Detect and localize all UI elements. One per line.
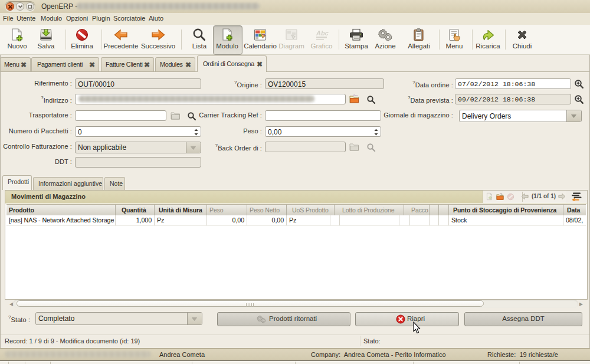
svg-text:Abc: Abc xyxy=(316,29,329,37)
